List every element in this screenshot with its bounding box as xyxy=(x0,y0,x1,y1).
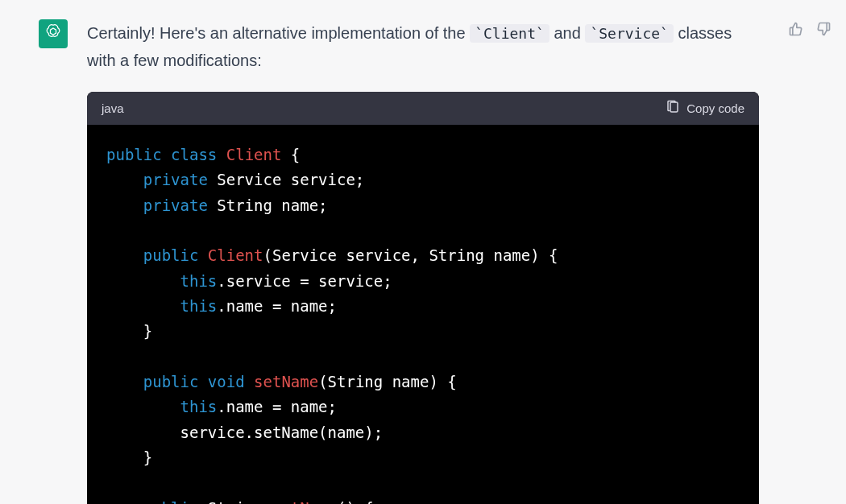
copy-code-label: Copy code xyxy=(686,101,744,115)
code-block-header: java Copy code xyxy=(87,92,759,125)
thumbs-up-button[interactable] xyxy=(786,21,806,40)
code-body[interactable]: public class Client { private Service se… xyxy=(87,125,759,504)
clipboard-icon xyxy=(666,100,680,117)
thumbs-up-icon xyxy=(788,21,804,40)
message-text: Certainly! Here's an alternative impleme… xyxy=(87,19,759,74)
copy-code-button[interactable]: Copy code xyxy=(666,100,744,117)
message-content: Certainly! Here's an alternative impleme… xyxy=(87,19,767,504)
assistant-avatar xyxy=(39,19,68,48)
thumbs-down-icon xyxy=(815,21,831,40)
feedback-actions xyxy=(786,19,838,40)
intro-mid: and xyxy=(549,24,585,42)
intro-prefix: Certainly! Here's an alternative impleme… xyxy=(87,24,470,42)
code-block: java Copy code public class Client { pri… xyxy=(87,92,759,504)
inline-code-client: `Client` xyxy=(470,24,549,43)
openai-logo-icon xyxy=(44,23,63,45)
svg-rect-0 xyxy=(670,102,678,112)
assistant-message-row: Certainly! Here's an alternative impleme… xyxy=(0,0,846,504)
inline-code-service: `Service` xyxy=(585,24,674,43)
thumbs-down-button[interactable] xyxy=(814,21,833,40)
code-language-label: java xyxy=(102,101,124,115)
